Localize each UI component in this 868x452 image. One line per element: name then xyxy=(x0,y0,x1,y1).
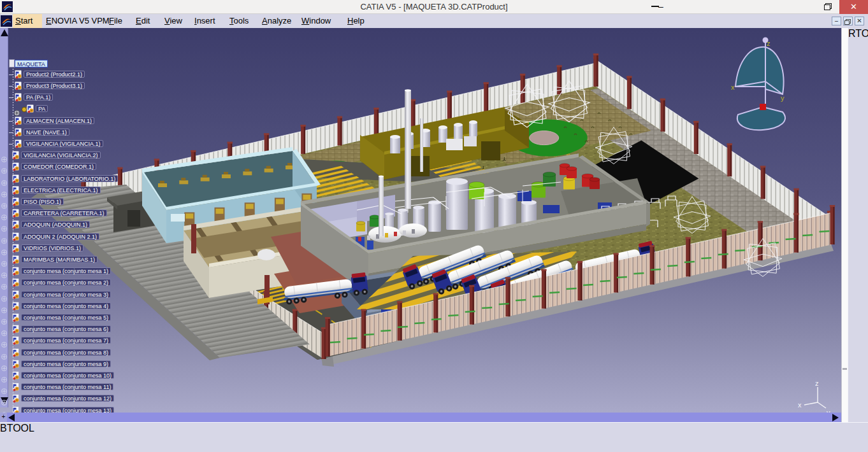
svg-text:z: z xyxy=(815,379,819,387)
svg-text:x: x xyxy=(731,83,735,91)
svg-text:z: z xyxy=(767,39,770,47)
svg-text:x: x xyxy=(798,401,802,409)
svg-text:y: y xyxy=(781,94,785,102)
